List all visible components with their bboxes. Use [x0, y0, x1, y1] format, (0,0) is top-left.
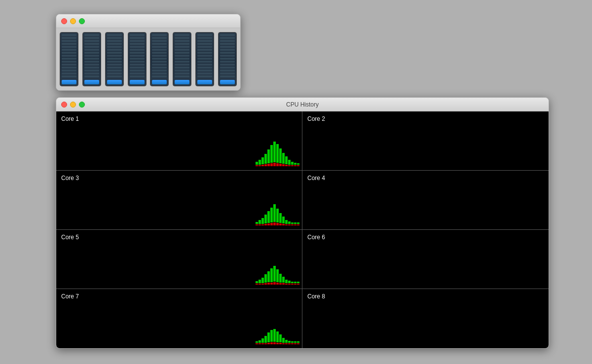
chart-area-3 — [256, 186, 299, 225]
chart-area-7 — [256, 305, 299, 344]
cpu-fill-8 — [220, 80, 235, 84]
chart-area-1 — [256, 127, 299, 166]
cpu-bar-5 — [149, 32, 170, 86]
core-label-6: Core 6 — [307, 234, 325, 241]
cpu-fill-7 — [197, 80, 212, 84]
history-titlebar: CPU History — [56, 98, 549, 111]
history-maximize-button[interactable] — [79, 102, 85, 108]
close-button[interactable] — [61, 18, 67, 24]
cpu-bar-4 — [127, 32, 147, 86]
cpu-bar-7 — [195, 32, 215, 86]
meter-content — [56, 28, 240, 90]
history-title: CPU History — [286, 101, 319, 108]
cpu-track-4 — [128, 32, 147, 86]
history-window: CPU History Core 1 — [56, 97, 549, 349]
core-label-8: Core 8 — [307, 293, 325, 300]
maximize-button[interactable] — [79, 18, 85, 24]
history-minimize-button[interactable] — [70, 102, 76, 108]
core-label-4: Core 4 — [307, 175, 325, 182]
core-panel-6: Core 6 — [302, 230, 549, 289]
cpu-track-8 — [218, 32, 237, 86]
meter-window — [56, 14, 241, 91]
core-label-5: Core 5 — [61, 234, 79, 241]
cpu-fill-1 — [62, 80, 76, 84]
cpu-track-5 — [150, 32, 169, 86]
cpu-track-2 — [82, 32, 101, 86]
chart-area-5 — [256, 245, 299, 285]
cpu-track-3 — [105, 32, 124, 86]
core-label-3: Core 3 — [61, 175, 79, 182]
core-panel-4: Core 4 — [302, 171, 549, 230]
cpu-bar-8 — [217, 32, 237, 86]
cpu-bar-1 — [59, 32, 79, 86]
cpu-bar-2 — [82, 32, 102, 86]
core-panel-1: Core 1 — [56, 111, 302, 171]
core-panel-5: Core 5 — [56, 230, 302, 289]
core-label-2: Core 2 — [307, 115, 325, 122]
core-panel-3: Core 3 — [56, 171, 302, 230]
core-label-1: Core 1 — [61, 115, 79, 122]
history-close-button[interactable] — [61, 102, 67, 108]
cpu-fill-2 — [84, 80, 99, 84]
cpu-track-7 — [195, 32, 214, 86]
cpu-track-6 — [173, 32, 191, 86]
core-panel-7: Core 7 — [56, 289, 302, 348]
cpu-fill-6 — [175, 80, 189, 84]
minimize-button[interactable] — [70, 18, 76, 24]
cpu-track-1 — [60, 32, 78, 86]
core-label-7: Core 7 — [61, 293, 79, 300]
meter-titlebar — [56, 14, 240, 28]
core-panel-2: Core 2 — [302, 111, 549, 171]
core-panel-8: Core 8 — [302, 289, 549, 348]
cpu-bar-6 — [172, 32, 192, 86]
cpu-fill-4 — [130, 80, 145, 84]
cpu-fill-5 — [152, 80, 167, 84]
cpu-fill-3 — [107, 80, 122, 84]
history-grid: Core 1 Core 2 — [56, 111, 549, 348]
cpu-bar-3 — [105, 32, 125, 86]
